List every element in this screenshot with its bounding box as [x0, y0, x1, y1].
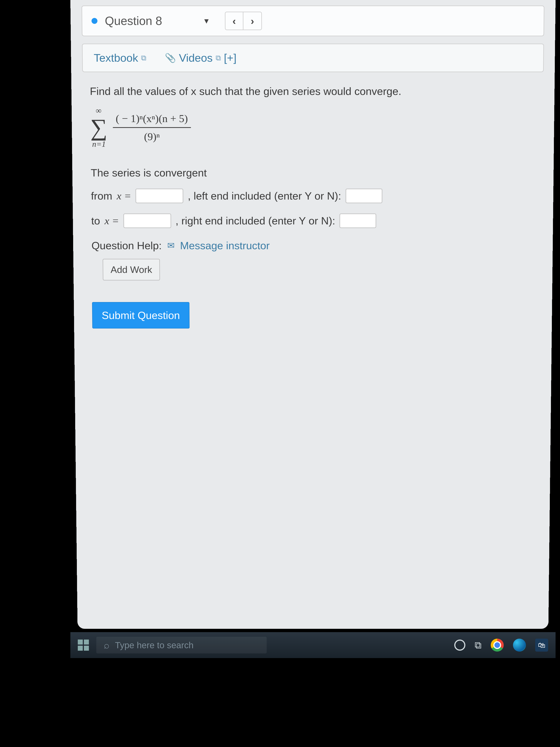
- prev-question-button[interactable]: ‹: [225, 12, 243, 30]
- numerator: ( − 1)ⁿ(xⁿ)(n + 5): [113, 110, 191, 128]
- convergent-block: The series is convergent from x = , left…: [90, 165, 535, 228]
- from-yn-input[interactable]: [346, 188, 382, 203]
- textbook-link[interactable]: Textbook ⧉: [94, 52, 146, 64]
- cortana-icon[interactable]: [454, 640, 465, 651]
- from-tail: , left end included (enter Y or N):: [188, 188, 341, 204]
- question-body: Find all the values of x such that the g…: [90, 83, 536, 329]
- from-var: x =: [116, 188, 131, 204]
- series-formula: ∞ ∑ n=1 ( − 1)ⁿ(xⁿ)(n + 5) (9)ⁿ: [90, 105, 536, 150]
- resources-bar: Textbook ⧉ 📎 Videos ⧉ [+]: [82, 44, 544, 72]
- help-label: Question Help:: [91, 238, 162, 254]
- status-dot-icon: [91, 18, 98, 24]
- submit-question-button[interactable]: Submit Question: [92, 302, 189, 329]
- attachment-icon: 📎: [165, 53, 176, 63]
- search-icon: ⌕: [104, 640, 109, 651]
- to-var: x =: [104, 213, 119, 229]
- task-view-icon[interactable]: ⧉: [475, 640, 481, 651]
- mail-icon: ✉: [167, 239, 175, 252]
- question-label[interactable]: Question 8: [105, 14, 162, 28]
- to-yn-input[interactable]: [340, 213, 376, 228]
- denominator: (9)ⁿ: [141, 128, 163, 145]
- to-tail: , right end included (enter Y or N):: [176, 213, 335, 229]
- sigma-lower: n=1: [92, 138, 106, 150]
- start-icon[interactable]: [78, 640, 89, 651]
- add-work-button[interactable]: Add Work: [103, 259, 160, 281]
- nav-buttons: ‹ ›: [225, 12, 262, 30]
- fraction: ( − 1)ⁿ(xⁿ)(n + 5) (9)ⁿ: [113, 110, 191, 145]
- microsoft-store-icon[interactable]: 🛍: [535, 639, 548, 651]
- external-link-icon: ⧉: [141, 54, 146, 62]
- from-label: from: [91, 188, 112, 204]
- videos-label: Videos: [179, 52, 213, 64]
- app-screen: Question 8 ▼ ‹ › Textbook ⧉ 📎 Videos ⧉ […: [70, 0, 556, 629]
- help-row: Question Help: ✉ Message instructor: [91, 238, 535, 254]
- to-x-input[interactable]: [123, 213, 171, 228]
- message-instructor-link[interactable]: Message instructor: [180, 238, 270, 254]
- external-link-icon: ⧉: [216, 54, 221, 62]
- to-label: to: [91, 213, 100, 229]
- videos-plus: [+]: [224, 52, 237, 64]
- sigma-icon: ∑: [90, 117, 107, 138]
- next-question-button[interactable]: ›: [243, 12, 262, 30]
- chrome-icon[interactable]: [491, 639, 504, 651]
- edge-icon[interactable]: [513, 639, 526, 651]
- taskbar-search[interactable]: ⌕ Type here to search: [96, 637, 267, 653]
- videos-link[interactable]: 📎 Videos ⧉ [+]: [165, 52, 237, 64]
- question-header: Question 8 ▼ ‹ ›: [81, 5, 544, 36]
- dropdown-caret-icon[interactable]: ▼: [203, 17, 210, 25]
- to-row: to x = , right end included (enter Y or …: [91, 213, 535, 229]
- windows-taskbar: ⌕ Type here to search ⧉ 🛍: [70, 632, 556, 658]
- from-row: from x = , left end included (enter Y or…: [91, 188, 535, 204]
- from-x-input[interactable]: [136, 188, 183, 203]
- search-placeholder: Type here to search: [115, 640, 193, 650]
- sigma-block: ∞ ∑ n=1: [90, 105, 108, 150]
- taskbar-tray: ⧉ 🛍: [454, 639, 548, 651]
- convergent-title: The series is convergent: [90, 165, 535, 181]
- textbook-label: Textbook: [94, 52, 138, 64]
- question-prompt: Find all the values of x such that the g…: [90, 83, 536, 99]
